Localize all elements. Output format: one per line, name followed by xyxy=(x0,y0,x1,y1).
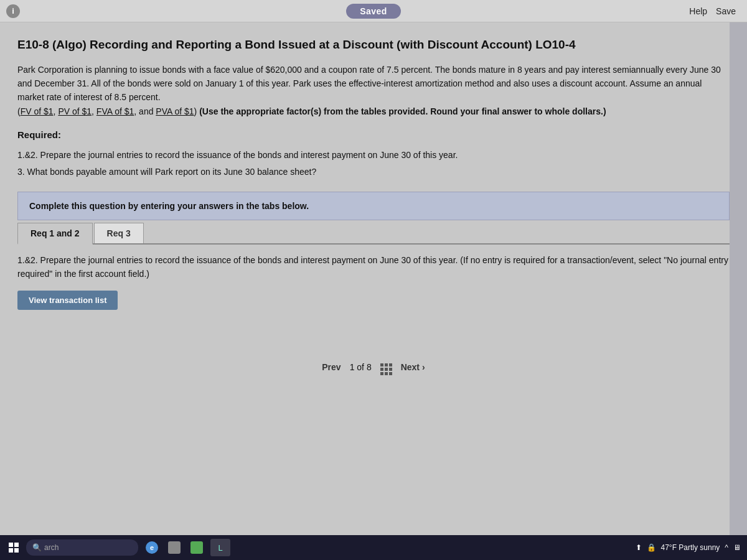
side-panel xyxy=(730,22,747,535)
prev-button[interactable]: Prev xyxy=(322,362,341,372)
weather-info: 47°F Partly sunny xyxy=(661,543,720,552)
info-icon: i xyxy=(6,4,20,18)
taskbar-icon-3[interactable] xyxy=(188,539,205,556)
description: Park Corporation is planning to issue bo… xyxy=(17,63,730,119)
view-transaction-button[interactable]: View transaction list xyxy=(17,291,118,310)
tray-icon-2: 🔒 xyxy=(647,543,656,552)
taskbar-left: 🔍 arch e L xyxy=(6,539,230,556)
pagination-bar: Prev 1 of 8 Next › xyxy=(17,358,730,375)
required-label: Required: xyxy=(17,129,730,140)
complete-box: Complete this question by entering your … xyxy=(17,192,730,220)
tab-content: 1.&2. Prepare the journal entries to rec… xyxy=(17,245,730,322)
taskbar: 🔍 arch e L ⬆ 🔒 47°F Partly sunny ^ 🖥 xyxy=(0,535,747,560)
grid-icon xyxy=(380,358,392,375)
requirements-list: 1.&2. Prepare the journal entries to rec… xyxy=(17,147,730,180)
requirement-2: 3. What bonds payable amount will Park r… xyxy=(17,164,730,180)
top-bar: i Saved Help Save xyxy=(0,0,747,22)
search-icon: 🔍 xyxy=(32,543,42,552)
taskbar-app-1[interactable]: L xyxy=(210,539,230,556)
taskbar-icon-1[interactable]: e xyxy=(143,539,161,556)
tab-instruction: 1.&2. Prepare the journal entries to rec… xyxy=(17,253,730,281)
tab-req-3[interactable]: Req 3 xyxy=(94,223,144,243)
taskbar-search[interactable]: 🔍 arch xyxy=(26,539,138,556)
save-link[interactable]: Save xyxy=(716,6,736,16)
saved-badge: Saved xyxy=(346,4,401,19)
main-content: E10-8 (Algo) Recording and Reporting a B… xyxy=(0,22,747,375)
tray-icon-3: 🖥 xyxy=(733,543,741,552)
taskbar-icon-2[interactable] xyxy=(166,539,183,556)
tab-req-1-and-2[interactable]: Req 1 and 2 xyxy=(17,223,93,245)
page-info: 1 of 8 xyxy=(350,362,372,372)
top-right-links: Help Save xyxy=(689,6,736,16)
tabs-container: Req 1 and 2 Req 3 1.&2. Prepare the jour… xyxy=(17,222,730,322)
tray-chevron: ^ xyxy=(725,543,728,552)
chevron-right-icon: › xyxy=(422,362,425,372)
windows-start-button[interactable] xyxy=(6,540,21,555)
help-link[interactable]: Help xyxy=(689,6,707,16)
search-placeholder: arch xyxy=(44,543,59,552)
taskbar-right: ⬆ 🔒 47°F Partly sunny ^ 🖥 xyxy=(636,543,741,552)
requirement-1: 1.&2. Prepare the journal entries to rec… xyxy=(17,147,730,163)
next-button[interactable]: Next › xyxy=(401,362,425,372)
page-title: E10-8 (Algo) Recording and Reporting a B… xyxy=(17,37,730,53)
tabs-row: Req 1 and 2 Req 3 xyxy=(17,222,730,245)
windows-logo xyxy=(9,543,19,553)
tray-icon-1: ⬆ xyxy=(636,543,642,552)
